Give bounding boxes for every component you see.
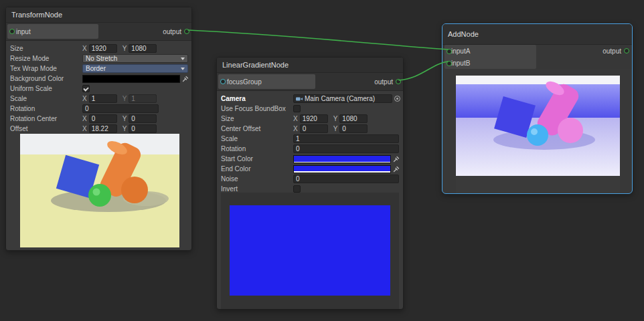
rotation-center-y-input[interactable] bbox=[129, 114, 157, 123]
gradient-output-port-row[interactable]: output bbox=[374, 73, 401, 90]
invert-label: Invert bbox=[221, 185, 293, 193]
end-color-swatch[interactable] bbox=[293, 165, 391, 173]
center-offset-y-input[interactable] bbox=[339, 124, 368, 133]
size-y-input[interactable] bbox=[339, 114, 368, 123]
offset-x-input[interactable] bbox=[89, 124, 117, 133]
add-ports-area: inputA output inputB bbox=[442, 45, 632, 69]
scale-label: Scale bbox=[10, 95, 82, 102]
background-color-label: Background Color bbox=[10, 75, 82, 82]
output-port-icon[interactable] bbox=[624, 48, 629, 54]
output-port-label: output bbox=[163, 28, 181, 35]
background-color-row: Background Color bbox=[6, 74, 191, 84]
tex-wrap-mode-label: Tex Wrap Mode bbox=[10, 65, 82, 72]
output-port-label: output bbox=[602, 47, 621, 55]
input-b-port-row[interactable]: inputB bbox=[442, 57, 632, 69]
eyedropper-icon[interactable] bbox=[393, 156, 400, 163]
x-axis-label: X bbox=[82, 125, 87, 132]
scale-input[interactable] bbox=[293, 134, 399, 143]
output-port-label: output bbox=[374, 78, 393, 86]
x-axis-label: X bbox=[82, 95, 87, 102]
start-color-row: Start Color bbox=[217, 154, 403, 164]
x-axis-label: X bbox=[293, 115, 298, 122]
focus-group-port-row[interactable]: focusGroup bbox=[218, 74, 315, 89]
linear-gradient-node[interactable]: LinearGradientNode focusGroup output Cam… bbox=[216, 57, 404, 310]
gradient-preview bbox=[221, 193, 399, 312]
y-axis-label: Y bbox=[123, 115, 127, 122]
x-axis-label: X bbox=[82, 45, 87, 52]
add-node-title: AddNode bbox=[442, 24, 632, 45]
rotation-center-label: Rotation Center bbox=[10, 115, 82, 122]
camera-object-field[interactable]: Main Camera (Camera) bbox=[293, 94, 392, 103]
gradient-ports-row: focusGroup output bbox=[217, 73, 403, 91]
background-color-swatch[interactable] bbox=[82, 75, 180, 83]
input-a-port-row[interactable]: inputA output bbox=[442, 45, 632, 57]
y-axis-label: Y bbox=[123, 125, 127, 132]
end-color-row: End Color bbox=[217, 164, 403, 174]
add-node[interactable]: AddNode inputA output inputB bbox=[442, 23, 633, 194]
input-port-icon[interactable] bbox=[9, 29, 15, 34]
eyedropper-icon[interactable] bbox=[182, 76, 189, 82]
uniform-scale-row: Uniform Scale bbox=[6, 84, 191, 94]
offset-y-input[interactable] bbox=[129, 124, 157, 133]
edge-transform-output-to-add-inputA[interactable] bbox=[188, 30, 448, 49]
input-a-port-icon[interactable] bbox=[447, 49, 452, 54]
input-b-port-label: inputB bbox=[451, 60, 470, 67]
linear-gradient-node-title: LinearGradientNode bbox=[217, 58, 403, 73]
center-offset-row: Center Offset X Y bbox=[217, 124, 403, 134]
x-axis-label: X bbox=[82, 115, 87, 122]
output-port-icon[interactable] bbox=[184, 29, 189, 34]
size-x-input[interactable] bbox=[300, 114, 328, 123]
scale-row: Scale bbox=[217, 134, 403, 144]
transform-node[interactable]: TransformNode input output Size X Y Resi… bbox=[5, 7, 192, 251]
size-label: Size bbox=[10, 45, 82, 52]
camera-row: Camera Main Camera (Camera) bbox=[217, 94, 403, 104]
offset-label: Offset bbox=[10, 125, 82, 132]
size-y-input[interactable] bbox=[129, 44, 157, 53]
offset-row: Offset X Y bbox=[6, 124, 191, 134]
tex-wrap-mode-value: Border bbox=[86, 65, 106, 72]
uniform-scale-checkbox[interactable] bbox=[82, 85, 90, 92]
transform-output-port-row[interactable]: output bbox=[163, 23, 189, 40]
rotation-row: Rotation bbox=[217, 144, 403, 154]
rotation-center-x-input[interactable] bbox=[89, 114, 117, 123]
input-b-port-icon[interactable] bbox=[447, 61, 452, 66]
noise-row: Noise bbox=[217, 174, 403, 184]
camera-icon bbox=[296, 96, 303, 102]
transform-fields: Size X Y Resize Mode No Stretch Tex Wrap… bbox=[6, 41, 191, 134]
edge-gradient-output-to-add-inputB[interactable] bbox=[399, 62, 448, 80]
resize-mode-dropdown[interactable]: No Stretch bbox=[82, 54, 188, 63]
y-axis-label: Y bbox=[123, 45, 127, 52]
transform-input-port-row[interactable]: input bbox=[7, 24, 98, 39]
rotation-input[interactable] bbox=[293, 144, 399, 153]
uniform-scale-label: Uniform Scale bbox=[10, 85, 82, 92]
input-a-port-label: inputA bbox=[451, 47, 470, 55]
start-color-swatch[interactable] bbox=[293, 155, 391, 163]
rotation-center-row: Rotation Center X Y bbox=[6, 114, 191, 124]
scale-x-input[interactable] bbox=[89, 94, 117, 103]
rotation-row: Rotation bbox=[6, 104, 191, 114]
output-port-icon[interactable] bbox=[396, 79, 401, 84]
rotation-input[interactable] bbox=[82, 104, 159, 113]
focus-group-port-label: focusGroup bbox=[227, 78, 262, 86]
end-color-label: End Color bbox=[221, 165, 293, 173]
tex-wrap-mode-dropdown[interactable]: Border bbox=[82, 64, 188, 73]
size-x-input[interactable] bbox=[89, 44, 117, 53]
scale-label: Scale bbox=[221, 135, 293, 142]
transform-preview-image bbox=[20, 134, 179, 247]
chevron-down-icon bbox=[181, 58, 185, 60]
scale-row: Scale X Y bbox=[6, 94, 191, 104]
object-picker-icon[interactable] bbox=[394, 96, 400, 102]
focus-group-port-icon[interactable] bbox=[220, 79, 226, 84]
resize-mode-value: No Stretch bbox=[86, 55, 117, 62]
add-output-port-row[interactable]: output bbox=[602, 45, 629, 57]
use-focus-boundbox-checkbox[interactable] bbox=[293, 105, 301, 112]
noise-input[interactable] bbox=[293, 175, 399, 183]
rotation-label: Rotation bbox=[221, 145, 293, 152]
chevron-down-icon bbox=[181, 68, 185, 70]
center-offset-x-input[interactable] bbox=[300, 124, 328, 133]
invert-checkbox[interactable] bbox=[293, 185, 301, 193]
resize-mode-row: Resize Mode No Stretch bbox=[6, 54, 191, 64]
y-axis-label: Y bbox=[123, 95, 127, 102]
tex-wrap-mode-row: Tex Wrap Mode Border bbox=[6, 64, 191, 74]
eyedropper-icon[interactable] bbox=[393, 166, 400, 173]
